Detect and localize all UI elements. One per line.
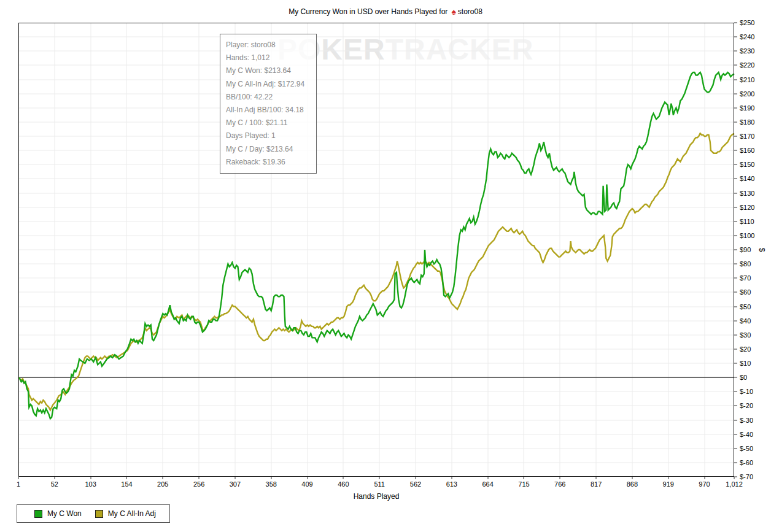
legend-swatch-olive <box>95 510 103 518</box>
y-tick-label: $80 <box>740 260 751 268</box>
y-tick-label: $120 <box>740 204 754 211</box>
x-tick-label: 664 <box>482 480 493 488</box>
legend-label-my-c-won: My C Won <box>47 509 82 518</box>
x-tick-label: 256 <box>193 480 204 488</box>
y-tick-label: $100 <box>740 232 754 239</box>
legend-label-my-c-allin-adj: My C All-In Adj <box>108 509 156 518</box>
series-my-c-won <box>18 72 734 418</box>
y-tick-label: $60 <box>740 288 751 296</box>
x-axis-title: Hands Played <box>18 492 734 501</box>
winnings-line-chart[interactable] <box>18 23 734 477</box>
y-tick-label: $200 <box>740 90 754 98</box>
x-tick-label: 817 <box>591 480 602 488</box>
x-tick-label: 358 <box>266 480 277 488</box>
y-tick-label: $160 <box>740 147 754 154</box>
y-tick-label: $130 <box>740 190 754 197</box>
y-tick-label: $220 <box>740 61 754 69</box>
y-tick-label: $-70 <box>740 473 753 480</box>
stat-my-c-allin-adj: My C All-In Adj: $172.94 <box>226 78 316 91</box>
y-tick-label: $140 <box>740 175 754 182</box>
y-axis-title: $ <box>757 248 766 252</box>
y-tick-label: $-50 <box>740 445 753 452</box>
x-tick-label: 1 <box>17 480 20 488</box>
x-tick-label: 103 <box>85 480 96 488</box>
y-tick-label: $-60 <box>740 459 753 466</box>
y-tick-label: $50 <box>740 303 751 310</box>
stat-allin-adj-bb-100: All-In Adj BB/100: 34.18 <box>226 104 316 117</box>
x-tick-label: 1,012 <box>726 480 743 488</box>
y-tick-label: $10 <box>740 360 751 367</box>
x-tick-label: 715 <box>518 480 529 488</box>
y-tick-label: $0 <box>740 374 747 381</box>
stat-hands: Hands: 1,012 <box>226 52 316 64</box>
x-tick-label: 970 <box>699 480 710 488</box>
x-tick-label: 52 <box>51 480 58 488</box>
pokerstars-spade-icon: ♠ <box>451 7 455 17</box>
y-tick-label: $170 <box>740 133 754 140</box>
legend-item-my-c-allin-adj[interactable]: My C All-In Adj <box>95 509 156 518</box>
y-tick-label: $-20 <box>740 402 753 409</box>
x-tick-label: 868 <box>627 480 638 488</box>
y-tick-label: $110 <box>740 218 754 225</box>
y-tick-label: $20 <box>740 345 751 353</box>
x-tick-label: 409 <box>301 480 312 488</box>
stat-player: Player: storo08 <box>226 39 316 52</box>
y-tick-label: $150 <box>740 161 754 168</box>
x-tick-label: 154 <box>121 480 132 488</box>
y-tick-label: $30 <box>740 331 751 339</box>
y-tick-label: $-40 <box>740 431 753 438</box>
stat-rakeback: Rakeback: $19.36 <box>226 156 316 169</box>
y-tick-label: $230 <box>740 47 754 55</box>
stat-my-c-won: My C Won: $213.64 <box>226 64 316 77</box>
y-tick-label: $90 <box>740 246 751 253</box>
y-tick-label: $-10 <box>740 388 753 395</box>
stat-bb-100: BB/100: 42.22 <box>226 91 316 104</box>
y-tick-label: $180 <box>740 118 754 126</box>
y-tick-label: $-30 <box>740 417 753 424</box>
x-tick-label: 562 <box>410 480 421 488</box>
y-tick-label: $250 <box>740 19 754 26</box>
chart-title-text: My Currency Won in USD over Hands Played… <box>289 7 447 16</box>
stat-my-c-100: My C / 100: $21.11 <box>226 117 316 129</box>
series-my-c-all-in-adj <box>18 133 734 410</box>
pokertracker-graph-window: My Currency Won in USD over Hands Played… <box>0 0 771 532</box>
y-tick-label: $210 <box>740 76 754 83</box>
legend: My C Won My C All-In Adj <box>17 504 170 523</box>
x-tick-label: 205 <box>157 480 168 488</box>
page-title: My Currency Won in USD over Hands Played… <box>0 7 771 17</box>
chart-plot-area[interactable] <box>18 23 734 477</box>
stat-days-played: Days Played: 1 <box>226 129 316 142</box>
y-tick-label: $190 <box>740 104 754 112</box>
y-tick-label: $240 <box>740 33 754 40</box>
legend-item-my-c-won[interactable]: My C Won <box>34 509 82 518</box>
y-tick-label: $70 <box>740 274 751 282</box>
legend-swatch-green <box>34 510 42 518</box>
x-tick-label: 460 <box>338 480 349 488</box>
x-tick-label: 766 <box>554 480 565 488</box>
chart-title-player: storo08 <box>458 7 482 16</box>
stat-my-c-day: My C / Day: $213.64 <box>226 143 316 156</box>
x-tick-label: 307 <box>230 480 241 488</box>
x-tick-label: 613 <box>446 480 457 488</box>
x-tick-label: 919 <box>663 480 674 488</box>
x-tick-label: 511 <box>374 480 385 488</box>
y-tick-label: $40 <box>740 317 751 325</box>
stats-tooltip: Player: storo08 Hands: 1,012 My C Won: $… <box>220 34 317 174</box>
